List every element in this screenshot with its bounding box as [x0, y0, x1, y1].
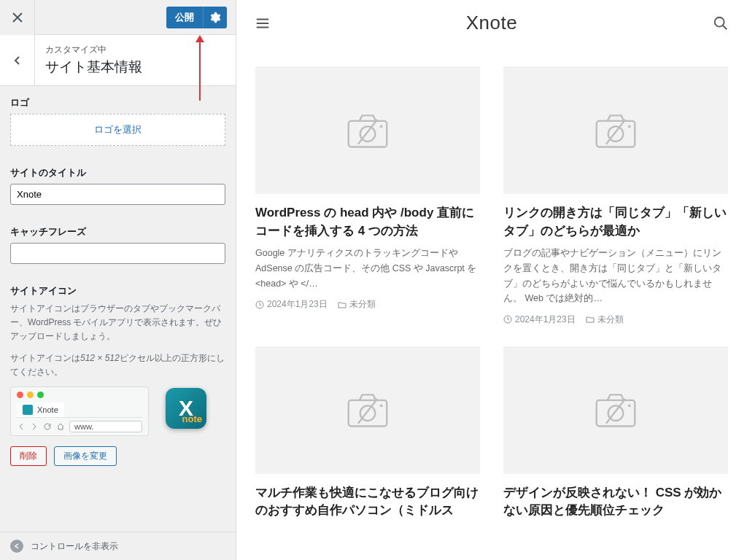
post-meta: 2024年1月23日 未分類 [503, 314, 728, 326]
section-title: サイト基本情報 [45, 58, 142, 77]
post-category: 未分類 [586, 314, 624, 326]
collapse-icon[interactable] [10, 540, 23, 553]
post-title[interactable]: WordPress の head 内や /body 直前にコードを挿入する 4 … [255, 204, 480, 240]
chevron-left-icon [12, 55, 23, 66]
post-meta: 2024年1月23日 未分類 [255, 298, 480, 311]
customizing-label: カスタマイズ中 [45, 44, 142, 56]
hide-controls-label[interactable]: コントロールを非表示 [31, 540, 118, 553]
post-card[interactable]: WordPress の head 内や /body 直前にコードを挿入する 4 … [255, 66, 480, 326]
post-title[interactable]: マルチ作業も快適にこなせるブログ向けのおすすめ自作パソコン（ミドルス [255, 484, 480, 520]
post-excerpt: Google アナリティクスのトラッキングコードや AdSense の広告コード… [255, 246, 480, 291]
svg-point-3 [380, 125, 383, 128]
svg-point-17 [628, 405, 631, 408]
nav-back-icon [17, 422, 26, 431]
site-title-label: サイトのタイトル [10, 166, 225, 179]
panel-top-bar: 公開 [0, 0, 236, 35]
back-button[interactable] [0, 35, 35, 85]
panel-section-header: カスタマイズ中 サイト基本情報 [0, 35, 236, 86]
post-title[interactable]: デザインが反映されない！ CSS が効かない原因と優先順位チェック [503, 484, 728, 520]
panel-footer: コントロールを非表示 [0, 532, 236, 560]
favicon-mock [23, 405, 33, 415]
site-icon-desc-1: サイトアイコンはブラウザーのタブやブックマークバー、WordPress モバイル… [10, 302, 225, 344]
post-thumbnail [255, 346, 480, 474]
svg-rect-6 [597, 120, 635, 147]
browser-tab-mock: Xnote [17, 402, 64, 417]
svg-point-8 [628, 125, 631, 128]
site-header: Xnote [236, 0, 747, 46]
home-icon [56, 422, 65, 431]
gear-icon [209, 12, 221, 23]
post-thumbnail [503, 66, 728, 194]
site-title-input[interactable] [10, 184, 225, 205]
publish-settings-button[interactable] [203, 7, 227, 28]
tagline-input[interactable] [10, 243, 225, 264]
nav-fwd-icon [30, 422, 39, 431]
reload-icon [43, 422, 52, 431]
post-thumbnail [503, 346, 728, 474]
post-title[interactable]: リンクの開き方は「同じタブ」「新しいタブ」のどちらが最適か [503, 204, 728, 240]
menu-button[interactable] [252, 13, 273, 34]
post-excerpt: ブログの記事やナビゲーション（メニュー）にリンクを置くとき、開き方は「同じタブ」… [503, 246, 728, 306]
browser-tab-label: Xnote [37, 405, 58, 414]
post-grid: WordPress の head 内や /body 直前にコードを挿入する 4 … [236, 46, 747, 555]
hamburger-icon [255, 15, 271, 31]
svg-rect-1 [349, 120, 387, 147]
post-card[interactable]: リンクの開き方は「同じタブ」「新しいタブ」のどちらが最適かブログの記事やナビゲー… [503, 66, 728, 326]
close-button[interactable] [0, 0, 35, 35]
site-icon-heading: サイトアイコン [10, 284, 225, 298]
svg-point-0 [715, 17, 724, 26]
close-icon [12, 12, 23, 23]
search-button[interactable] [711, 13, 731, 34]
site-preview: Xnote WordPress の head 内や /body 直前にコードを挿… [236, 0, 747, 560]
publish-button[interactable]: 公開 [166, 7, 203, 28]
svg-rect-15 [597, 400, 635, 427]
browser-mock: Xnote www. [10, 386, 149, 436]
change-image-button[interactable]: 画像を変更 [54, 446, 117, 466]
remove-icon-button[interactable]: 削除 [10, 446, 47, 466]
address-field-mock: www. [69, 421, 142, 432]
post-card[interactable]: デザインが反映されない！ CSS が効かない原因と優先順位チェック [503, 346, 728, 526]
post-thumbnail [255, 66, 480, 194]
site-title[interactable]: Xnote [466, 12, 517, 34]
logo-heading: ロゴ [10, 96, 225, 109]
site-icon-desc-2: サイトアイコンは512 × 512ピクセル以上の正方形にしてください。 [10, 351, 225, 379]
panel-body: ロゴ ロゴを選択 サイトのタイトル キャッチフレーズ サイトアイコン サイトアイ… [0, 86, 236, 560]
post-card[interactable]: マルチ作業も快適にこなせるブログ向けのおすすめ自作パソコン（ミドルス [255, 346, 480, 526]
logo-select-button[interactable]: ロゴを選択 [10, 114, 225, 146]
tagline-label: キャッチフレーズ [10, 225, 225, 238]
post-date: 2024年1月23日 [255, 298, 328, 311]
svg-rect-11 [349, 400, 387, 427]
favicon-preview: Xnote www. X note [10, 386, 225, 436]
post-date: 2024年1月23日 [503, 314, 576, 326]
post-category: 未分類 [338, 298, 376, 311]
search-icon [713, 15, 729, 31]
customizer-panel: 公開 カスタマイズ中 サイト基本情報 ロゴ ロゴを選択 [0, 0, 236, 560]
app-icon-preview: X note [166, 388, 206, 429]
svg-point-13 [380, 405, 383, 408]
